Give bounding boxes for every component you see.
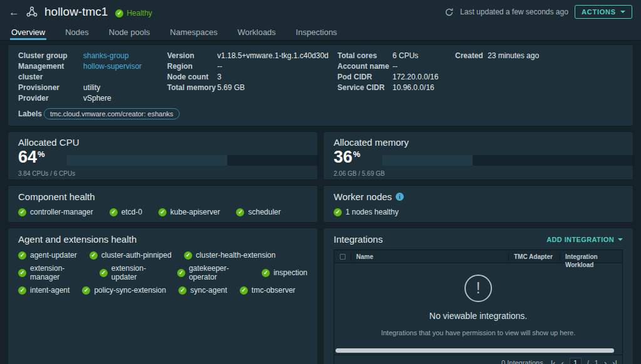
chevron-down-icon bbox=[618, 238, 623, 241]
agent-health-title: Agent and extensions health bbox=[18, 234, 307, 245]
current-page-input[interactable]: 1 bbox=[570, 358, 582, 364]
horizontal-scrollbar-thumb[interactable] bbox=[336, 348, 614, 353]
tab-bar: Overview Nodes Node pools Namespaces Wor… bbox=[0, 24, 641, 41]
tab-workloads[interactable]: Workloads bbox=[236, 24, 277, 40]
health-item: policy-sync-extension bbox=[82, 286, 166, 295]
health-item: gatekeeper-operator bbox=[177, 264, 249, 281]
column-header-workload[interactable]: Integration Workload bbox=[560, 253, 622, 261]
integrations-empty-state: No viewable integrations. Integrations t… bbox=[334, 263, 622, 347]
health-item: extension-updater bbox=[100, 264, 165, 281]
agent-extensions-health-card: Agent and extensions health agent-update… bbox=[8, 228, 318, 364]
check-icon bbox=[334, 208, 342, 216]
health-item: kube-apiserver bbox=[158, 208, 220, 216]
version-value: v1.18.5+vmware.1-tkg.1.c40d30d bbox=[217, 51, 329, 61]
status-label: Healthy bbox=[126, 9, 152, 18]
check-icon bbox=[82, 286, 90, 295]
health-item: tmc-observer bbox=[240, 286, 295, 295]
management-cluster-link[interactable]: hollow-supervisor bbox=[83, 61, 141, 83]
memory-usage-bar bbox=[382, 155, 633, 166]
allocated-cpu-title: Allocated CPU bbox=[18, 137, 307, 148]
created-value: 23 minutes ago bbox=[488, 51, 539, 61]
page-title: hollow-tmc1 bbox=[44, 5, 108, 19]
provider-value: vSphere bbox=[83, 93, 111, 104]
info-icon[interactable] bbox=[396, 193, 404, 201]
health-item: etcd-0 bbox=[110, 208, 142, 216]
tab-node-pools[interactable]: Node pools bbox=[108, 24, 151, 40]
allocated-memory-title: Allocated memory bbox=[334, 137, 623, 148]
check-icon bbox=[178, 286, 187, 295]
allocated-cpu-card: Allocated CPU 64% 3.84 CPUs / 6 CPUs bbox=[8, 131, 318, 180]
memory-usage-bar-fill bbox=[382, 155, 473, 166]
tab-overview[interactable]: Overview bbox=[10, 24, 46, 40]
service-cidr-value: 10.96.0.0/16 bbox=[392, 83, 434, 93]
check-icon bbox=[18, 269, 26, 277]
detail-label: Total memory bbox=[167, 83, 217, 93]
details-column-4: Created23 minutes ago bbox=[455, 51, 539, 119]
column-header-adapter[interactable]: TMC Adapter bbox=[508, 253, 560, 261]
pod-cidr-value: 172.20.0.0/16 bbox=[392, 72, 438, 83]
integrations-table-header: Name TMC Adapter Integration Workload bbox=[334, 250, 622, 263]
labels-row: Labels tmc.cloud.vmware.com/creator: esh… bbox=[18, 108, 167, 119]
health-item: sync-agent bbox=[178, 286, 227, 295]
select-all-checkbox[interactable] bbox=[340, 254, 346, 260]
cluster-details-card: Cluster groupshanks-group Management clu… bbox=[8, 44, 633, 126]
worker-nodes-card: Worker nodes 1 nodes healthy bbox=[323, 185, 633, 223]
main-content: Cluster groupshanks-group Management clu… bbox=[0, 41, 641, 364]
health-item: extension-manager bbox=[18, 264, 87, 281]
detail-label: Provider bbox=[18, 93, 83, 104]
health-item: inspection bbox=[262, 264, 307, 281]
select-all-cell bbox=[334, 253, 351, 261]
health-item: intent-agent bbox=[18, 286, 69, 295]
allocated-memory-detail: 2.06 GB / 5.69 GB bbox=[334, 170, 623, 177]
first-page-icon[interactable] bbox=[551, 359, 556, 364]
next-page-icon[interactable] bbox=[604, 359, 607, 364]
node-count-value: 3 bbox=[217, 72, 222, 83]
back-arrow-icon[interactable] bbox=[9, 7, 19, 18]
healthy-check-icon bbox=[115, 9, 123, 18]
detail-label: Service CIDR bbox=[337, 83, 392, 93]
integrations-card: Integrations ADD INTEGRATION Name TMC Ad… bbox=[323, 228, 633, 364]
page-separator: / bbox=[587, 359, 589, 364]
add-integration-button[interactable]: ADD INTEGRATION bbox=[546, 236, 623, 243]
integrations-title: Integrations bbox=[334, 234, 382, 245]
check-icon bbox=[18, 286, 26, 295]
column-header-name[interactable]: Name bbox=[351, 253, 508, 261]
account-name-value: -- bbox=[392, 61, 397, 72]
check-icon bbox=[18, 251, 26, 260]
detail-label: Node count bbox=[167, 72, 217, 83]
detail-label: Provisioner bbox=[18, 83, 83, 93]
check-icon bbox=[158, 208, 167, 216]
cluster-group-link[interactable]: shanks-group bbox=[83, 51, 129, 61]
allocated-memory-card: Allocated memory 36% 2.06 GB / 5.69 GB bbox=[323, 131, 633, 180]
empty-state-title: No viewable integrations. bbox=[429, 311, 527, 321]
tab-inspections[interactable]: Inspections bbox=[295, 24, 339, 40]
previous-page-icon[interactable] bbox=[561, 359, 563, 364]
detail-label: Version bbox=[167, 51, 217, 61]
worker-nodes-title: Worker nodes bbox=[334, 191, 392, 202]
health-item: cluster-auth-pinniped bbox=[90, 251, 172, 260]
actions-button[interactable]: ACTIONS bbox=[575, 5, 632, 19]
detail-label: Management cluster bbox=[18, 61, 83, 83]
total-memory-value: 5.69 GB bbox=[217, 83, 245, 93]
tab-nodes[interactable]: Nodes bbox=[64, 24, 90, 40]
detail-label: Total cores bbox=[337, 51, 392, 61]
detail-label: Region bbox=[167, 61, 217, 72]
last-page-icon[interactable] bbox=[612, 359, 617, 364]
check-icon bbox=[90, 251, 98, 260]
empty-state-subtitle: Integrations that you have permission to… bbox=[381, 329, 576, 336]
total-cores-value: 6 CPUs bbox=[392, 51, 418, 61]
actions-button-label: ACTIONS bbox=[582, 8, 616, 16]
labels-label: Labels bbox=[18, 109, 44, 118]
check-icon bbox=[177, 269, 185, 277]
health-item: scheduler bbox=[236, 208, 280, 216]
worker-nodes-status-row: 1 nodes healthy bbox=[334, 208, 623, 216]
detail-label: Account name bbox=[337, 61, 392, 72]
integrations-table: Name TMC Adapter Integration Workload No… bbox=[334, 250, 623, 364]
provisioner-value: utility bbox=[83, 83, 100, 93]
tab-namespaces[interactable]: Namespaces bbox=[169, 24, 219, 40]
last-updated-text: Last updated a few seconds ago bbox=[460, 8, 568, 16]
add-integration-label: ADD INTEGRATION bbox=[546, 236, 614, 243]
cluster-icon bbox=[26, 6, 38, 18]
region-value: -- bbox=[217, 61, 222, 72]
refresh-icon[interactable] bbox=[444, 8, 454, 17]
